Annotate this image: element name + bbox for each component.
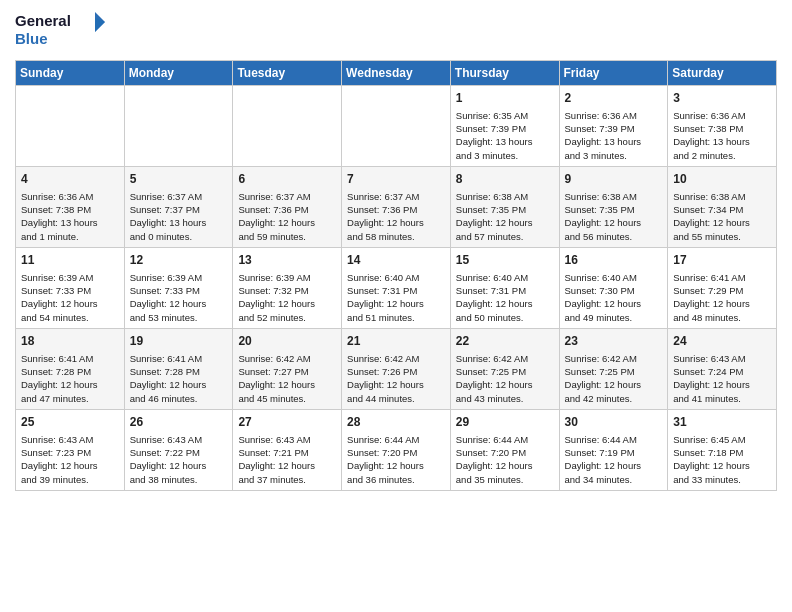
calendar-cell: 10Sunrise: 6:38 AMSunset: 7:34 PMDayligh… xyxy=(668,166,777,247)
day-info: Sunset: 7:38 PM xyxy=(21,203,119,216)
day-info: Sunset: 7:26 PM xyxy=(347,365,445,378)
day-of-week-header: Friday xyxy=(559,61,668,86)
day-info: and 52 minutes. xyxy=(238,311,336,324)
day-info: Daylight: 12 hours xyxy=(130,459,228,472)
day-info: Daylight: 12 hours xyxy=(673,297,771,310)
day-info: Daylight: 12 hours xyxy=(238,459,336,472)
calendar-cell: 20Sunrise: 6:42 AMSunset: 7:27 PMDayligh… xyxy=(233,328,342,409)
day-info: Sunset: 7:20 PM xyxy=(456,446,554,459)
calendar-cell: 21Sunrise: 6:42 AMSunset: 7:26 PMDayligh… xyxy=(342,328,451,409)
calendar-cell: 29Sunrise: 6:44 AMSunset: 7:20 PMDayligh… xyxy=(450,409,559,490)
day-info: and 42 minutes. xyxy=(565,392,663,405)
day-info: Sunset: 7:31 PM xyxy=(456,284,554,297)
day-info: Sunrise: 6:41 AM xyxy=(673,271,771,284)
day-info: and 53 minutes. xyxy=(130,311,228,324)
calendar-cell xyxy=(16,86,125,167)
day-info: Sunset: 7:32 PM xyxy=(238,284,336,297)
calendar-cell: 8Sunrise: 6:38 AMSunset: 7:35 PMDaylight… xyxy=(450,166,559,247)
day-info: and 50 minutes. xyxy=(456,311,554,324)
day-info: Sunrise: 6:42 AM xyxy=(565,352,663,365)
calendar-cell: 16Sunrise: 6:40 AMSunset: 7:30 PMDayligh… xyxy=(559,247,668,328)
day-info: and 44 minutes. xyxy=(347,392,445,405)
calendar-cell: 25Sunrise: 6:43 AMSunset: 7:23 PMDayligh… xyxy=(16,409,125,490)
day-info: and 3 minutes. xyxy=(456,149,554,162)
day-info: Daylight: 12 hours xyxy=(238,378,336,391)
day-number: 26 xyxy=(130,414,228,431)
calendar-cell: 30Sunrise: 6:44 AMSunset: 7:19 PMDayligh… xyxy=(559,409,668,490)
day-info: Sunrise: 6:39 AM xyxy=(238,271,336,284)
day-info: and 56 minutes. xyxy=(565,230,663,243)
calendar-cell: 22Sunrise: 6:42 AMSunset: 7:25 PMDayligh… xyxy=(450,328,559,409)
day-info: Sunrise: 6:42 AM xyxy=(456,352,554,365)
day-info: Sunrise: 6:43 AM xyxy=(673,352,771,365)
day-info: Sunset: 7:36 PM xyxy=(238,203,336,216)
day-number: 16 xyxy=(565,252,663,269)
day-info: and 57 minutes. xyxy=(456,230,554,243)
day-info: Sunrise: 6:37 AM xyxy=(347,190,445,203)
day-info: and 34 minutes. xyxy=(565,473,663,486)
day-number: 6 xyxy=(238,171,336,188)
svg-marker-3 xyxy=(95,18,105,32)
header: General Blue xyxy=(15,10,777,52)
day-info: Daylight: 12 hours xyxy=(21,459,119,472)
calendar-table: SundayMondayTuesdayWednesdayThursdayFrid… xyxy=(15,60,777,491)
day-info: Sunset: 7:39 PM xyxy=(456,122,554,135)
day-info: Daylight: 12 hours xyxy=(347,216,445,229)
calendar-cell: 13Sunrise: 6:39 AMSunset: 7:32 PMDayligh… xyxy=(233,247,342,328)
day-number: 28 xyxy=(347,414,445,431)
day-number: 9 xyxy=(565,171,663,188)
day-info: Sunrise: 6:38 AM xyxy=(673,190,771,203)
day-info: Sunset: 7:39 PM xyxy=(565,122,663,135)
day-info: Daylight: 12 hours xyxy=(565,378,663,391)
day-info: and 39 minutes. xyxy=(21,473,119,486)
calendar-cell xyxy=(233,86,342,167)
day-of-week-header: Monday xyxy=(124,61,233,86)
day-number: 19 xyxy=(130,333,228,350)
day-info: Daylight: 13 hours xyxy=(565,135,663,148)
day-info: Sunset: 7:21 PM xyxy=(238,446,336,459)
day-info: and 49 minutes. xyxy=(565,311,663,324)
day-info: Sunrise: 6:36 AM xyxy=(565,109,663,122)
day-info: Daylight: 12 hours xyxy=(565,216,663,229)
day-info: and 3 minutes. xyxy=(565,149,663,162)
calendar-cell: 28Sunrise: 6:44 AMSunset: 7:20 PMDayligh… xyxy=(342,409,451,490)
day-number: 21 xyxy=(347,333,445,350)
day-info: Sunset: 7:22 PM xyxy=(130,446,228,459)
day-number: 5 xyxy=(130,171,228,188)
calendar-cell: 26Sunrise: 6:43 AMSunset: 7:22 PMDayligh… xyxy=(124,409,233,490)
day-number: 25 xyxy=(21,414,119,431)
calendar-cell: 19Sunrise: 6:41 AMSunset: 7:28 PMDayligh… xyxy=(124,328,233,409)
day-info: Sunset: 7:34 PM xyxy=(673,203,771,216)
day-number: 3 xyxy=(673,90,771,107)
day-info: Sunset: 7:18 PM xyxy=(673,446,771,459)
day-info: and 59 minutes. xyxy=(238,230,336,243)
day-info: Daylight: 12 hours xyxy=(456,459,554,472)
day-number: 10 xyxy=(673,171,771,188)
calendar-cell: 3Sunrise: 6:36 AMSunset: 7:38 PMDaylight… xyxy=(668,86,777,167)
day-info: Sunrise: 6:44 AM xyxy=(456,433,554,446)
day-info: Sunset: 7:28 PM xyxy=(130,365,228,378)
day-info: Daylight: 12 hours xyxy=(347,297,445,310)
day-info: Sunrise: 6:39 AM xyxy=(21,271,119,284)
day-info: Sunrise: 6:40 AM xyxy=(565,271,663,284)
day-number: 2 xyxy=(565,90,663,107)
day-info: Daylight: 12 hours xyxy=(238,297,336,310)
day-number: 22 xyxy=(456,333,554,350)
calendar-cell: 27Sunrise: 6:43 AMSunset: 7:21 PMDayligh… xyxy=(233,409,342,490)
day-info: Daylight: 13 hours xyxy=(130,216,228,229)
day-info: Sunrise: 6:38 AM xyxy=(456,190,554,203)
day-of-week-header: Sunday xyxy=(16,61,125,86)
day-info: Sunrise: 6:39 AM xyxy=(130,271,228,284)
calendar-cell: 5Sunrise: 6:37 AMSunset: 7:37 PMDaylight… xyxy=(124,166,233,247)
day-info: and 33 minutes. xyxy=(673,473,771,486)
day-number: 23 xyxy=(565,333,663,350)
day-info: and 36 minutes. xyxy=(347,473,445,486)
day-number: 17 xyxy=(673,252,771,269)
calendar-cell: 17Sunrise: 6:41 AMSunset: 7:29 PMDayligh… xyxy=(668,247,777,328)
calendar-cell: 23Sunrise: 6:42 AMSunset: 7:25 PMDayligh… xyxy=(559,328,668,409)
day-number: 13 xyxy=(238,252,336,269)
day-info: Sunset: 7:27 PM xyxy=(238,365,336,378)
day-info: and 46 minutes. xyxy=(130,392,228,405)
day-info: Sunset: 7:23 PM xyxy=(21,446,119,459)
day-info: and 1 minute. xyxy=(21,230,119,243)
